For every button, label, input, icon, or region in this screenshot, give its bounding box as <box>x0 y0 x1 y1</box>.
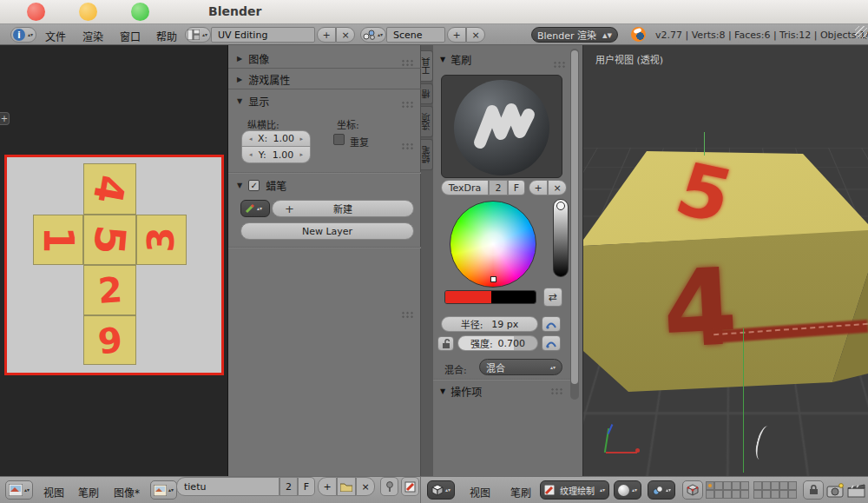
uv-face-left[interactable]: 1 <box>33 215 83 265</box>
foreground-color-swatch[interactable] <box>445 291 491 304</box>
grease-pencil-checkbox[interactable]: ✓ <box>248 180 260 191</box>
image-fake-user-button[interactable]: F <box>298 477 315 496</box>
close-scene-button[interactable]: × <box>466 27 485 43</box>
layers-grid-1[interactable] <box>706 481 749 499</box>
layer-cell[interactable] <box>732 490 740 499</box>
uv-face-top[interactable]: 4 <box>83 163 136 215</box>
menu-help[interactable]: 帮助 <box>156 29 177 43</box>
layer-cell[interactable] <box>762 481 771 490</box>
editor-type-selector-image[interactable]: ▴▾ <box>5 480 33 500</box>
strength-pressure-toggle[interactable] <box>542 335 561 351</box>
tab-grease-pencil[interactable]: 蜡笔 <box>421 139 433 170</box>
layer-cell[interactable] <box>788 481 797 490</box>
menu-file[interactable]: 文件 <box>45 29 66 43</box>
unified-strength-lock-button[interactable] <box>437 336 454 351</box>
layer-cell[interactable] <box>788 490 797 499</box>
layer-cell[interactable] <box>753 490 762 499</box>
panel-grip-icon[interactable] <box>401 311 414 319</box>
layer-cell[interactable] <box>714 490 723 499</box>
panel-header-display[interactable]: ▼ 显示 <box>228 91 421 110</box>
color-wheel[interactable] <box>450 201 536 288</box>
uv-face-below[interactable]: 2 <box>83 265 136 315</box>
panel-header-grease-pencil[interactable]: ▼ ✓ 蜡笔 <box>228 175 421 195</box>
opengl-render-button[interactable] <box>826 483 845 500</box>
uv-face-right[interactable]: 3 <box>136 215 187 265</box>
lock-camera-button[interactable] <box>803 480 824 500</box>
grease-new-button[interactable]: + 新建 <box>272 200 414 217</box>
layer-cell[interactable] <box>732 481 740 490</box>
render-engine-dropdown[interactable]: Blender 渲染 ▴▾ <box>531 27 618 43</box>
aspect-x-field[interactable]: ◂ X: 1.00 ▸ <box>241 130 311 147</box>
image-users-count-button[interactable]: 2 <box>279 477 298 496</box>
layer-cell[interactable] <box>740 481 749 490</box>
layer-cell[interactable] <box>740 490 749 499</box>
slot-users-count-button[interactable]: 2 <box>489 180 508 195</box>
value-slider-knob[interactable] <box>556 202 565 210</box>
panel-header-operator[interactable]: ▼ 操作项 <box>433 382 570 400</box>
layer-cell[interactable] <box>723 481 732 490</box>
layer-cell[interactable] <box>706 481 714 490</box>
texture-slot-name-button[interactable]: TexDra <box>441 180 489 195</box>
uv-face-bottom[interactable]: 9 <box>83 315 136 365</box>
scene-name-field[interactable]: Scene <box>386 27 445 43</box>
uv-face-center[interactable]: 5 <box>83 215 136 265</box>
panel-header-image[interactable]: ▶ 图像 <box>228 50 421 69</box>
panel-header-brush[interactable]: ▼ 笔刷 <box>433 50 583 68</box>
panel-header-game-properties[interactable]: ▶ 游戏属性 <box>228 70 421 89</box>
tab-slots[interactable]: 槽 <box>421 83 433 104</box>
image-open-button[interactable] <box>337 477 356 496</box>
menu-window[interactable]: 窗口 <box>120 29 141 43</box>
panel-grip-icon[interactable] <box>550 387 563 395</box>
panel-grip-icon[interactable] <box>401 59 414 67</box>
fake-user-button[interactable]: F <box>508 180 525 195</box>
color-wheel-cursor[interactable] <box>490 276 496 282</box>
layer-cell[interactable] <box>779 490 788 499</box>
image-name-field[interactable]: tietu <box>176 477 279 496</box>
tab-tools[interactable]: 工具 <box>421 50 433 82</box>
menu-view[interactable]: 视图 <box>470 485 490 500</box>
brush-preview[interactable] <box>441 75 562 178</box>
screen-layout-icon-button[interactable]: ▴▾ <box>185 27 211 43</box>
menu-image[interactable]: 图像* <box>114 485 140 500</box>
layer-cell[interactable] <box>706 490 714 499</box>
window-resize-grip-icon[interactable] <box>855 26 867 38</box>
window-maximize-button[interactable] <box>131 3 149 21</box>
mode-dropdown[interactable]: 纹理绘制 ▴▾ <box>540 480 609 500</box>
background-color-swatch[interactable] <box>491 291 536 304</box>
menu-brush[interactable]: 笔刷 <box>78 485 99 500</box>
uv-image-editor-canvas[interactable]: + 4 1 5 3 2 9 <box>0 45 228 476</box>
layers-grid-2[interactable] <box>753 481 797 499</box>
menu-brush[interactable]: 笔刷 <box>510 485 531 500</box>
close-layout-button[interactable]: × <box>336 27 355 43</box>
slot-add-button[interactable]: + <box>529 180 548 195</box>
swap-colors-button[interactable]: ⇄ <box>543 288 562 307</box>
strength-slider[interactable]: 强度: 0.700 <box>457 335 538 351</box>
viewport-3d[interactable]: 5 4 用户视图 (透视) <box>583 45 868 476</box>
new-layer-button[interactable]: New Layer <box>240 222 414 240</box>
grease-pencil-source-dropdown[interactable]: ▴▾ <box>240 200 270 217</box>
slot-remove-button[interactable]: × <box>548 180 567 195</box>
panel-grip-icon[interactable] <box>553 61 566 69</box>
menu-render[interactable]: 渲染 <box>82 29 103 43</box>
value-slider[interactable] <box>553 199 569 277</box>
editor-type-selector-info[interactable]: i ▴▾ <box>10 27 36 43</box>
radius-pressure-toggle[interactable] <box>542 316 561 332</box>
menu-view[interactable]: 视图 <box>43 485 64 500</box>
layer-cell[interactable] <box>753 481 762 490</box>
layer-cell[interactable] <box>771 481 779 490</box>
window-close-button[interactable] <box>27 3 45 21</box>
viewport-shading-dropdown[interactable]: ▴▾ <box>614 480 641 500</box>
editor-type-selector-3d[interactable]: ▴▾ <box>427 480 455 500</box>
layer-cell[interactable] <box>771 490 779 499</box>
tab-options[interactable]: 选项 <box>421 106 433 137</box>
pin-button[interactable] <box>380 477 398 496</box>
pivot-point-dropdown[interactable]: ▴▾ <box>648 480 675 500</box>
image-new-button[interactable]: + <box>318 477 337 496</box>
snap-element-button[interactable] <box>682 480 703 500</box>
image-datablock-icon-button[interactable]: ▴▾ <box>150 480 177 500</box>
layer-cell[interactable] <box>723 490 732 499</box>
aspect-y-field[interactable]: ◂ Y: 1.00 ▸ <box>241 147 311 163</box>
add-scene-button[interactable]: + <box>447 27 466 43</box>
layer-cell[interactable] <box>779 481 788 490</box>
window-minimize-button[interactable] <box>79 3 97 21</box>
